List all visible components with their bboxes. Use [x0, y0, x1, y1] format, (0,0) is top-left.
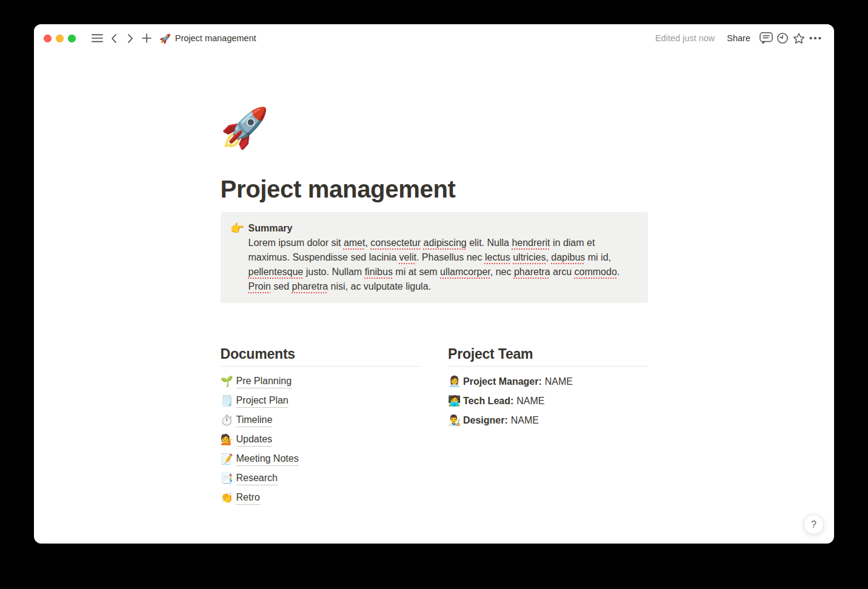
team-member-emoji: 🧑‍💻: [448, 395, 463, 407]
misspelled-word: commodo: [575, 267, 617, 277]
document-emoji: 💁: [221, 434, 236, 446]
help-button[interactable]: ?: [804, 514, 824, 534]
misspelled-word: dapibus: [551, 252, 585, 262]
new-page-button[interactable]: [138, 30, 155, 47]
plus-icon: [142, 33, 152, 43]
misspelled-word: finibus: [365, 267, 393, 277]
callout-text-line: pellentesque justo. Nullam finibus mi at…: [249, 265, 620, 279]
hamburger-icon: [92, 34, 103, 42]
page-icon[interactable]: 🚀: [221, 104, 269, 151]
callout-title: Summary: [249, 221, 620, 236]
comments-button[interactable]: [758, 30, 774, 47]
team-member-name: NAME: [511, 415, 539, 426]
documents-heading[interactable]: Documents: [221, 345, 421, 367]
team-column: Project Team 👩‍💼 Project Manager: NAME 🧑…: [448, 345, 648, 508]
document-link[interactable]: 📑 Research: [221, 469, 421, 488]
close-window-button[interactable]: [44, 35, 52, 42]
document-link-label: Project Plan: [236, 394, 289, 408]
share-button[interactable]: Share: [727, 33, 750, 43]
team-list: 👩‍💼 Project Manager: NAME 🧑‍💻 Tech Lead:…: [448, 372, 648, 430]
callout-text: Lorem ipsum dolor sit amet, consectetur …: [249, 236, 620, 294]
ellipsis-icon: [809, 36, 821, 40]
history-button[interactable]: [774, 30, 790, 47]
document-emoji: 🗒️: [221, 395, 236, 407]
misspelled-word: lectus: [485, 252, 510, 262]
more-button[interactable]: [807, 30, 823, 47]
misspelled-word: ultricies: [513, 252, 546, 262]
documents-list: 🌱 Pre Planning 🗒️ Project Plan ⏱️ Timeli…: [221, 372, 421, 508]
forward-button[interactable]: [122, 30, 138, 47]
misspelled-word: pharetra: [514, 267, 550, 277]
team-member-row[interactable]: 🧑‍💻 Tech Lead: NAME: [448, 391, 648, 411]
team-member-name: NAME: [545, 376, 573, 387]
document-emoji: 📝: [221, 453, 236, 465]
document-emoji: 📑: [221, 473, 236, 485]
document-link-label: Pre Planning: [236, 375, 292, 388]
callout-body: Summary Lorem ipsum dolor sit amet, cons…: [249, 221, 620, 294]
page-content: 🚀 Project management 👉 Summary Lorem ips…: [221, 104, 648, 508]
misspelled-word: amet: [344, 238, 366, 248]
team-member-role: Designer:: [463, 415, 508, 426]
breadcrumb[interactable]: 🚀 Project management: [159, 33, 256, 43]
document-link[interactable]: 📝 Meeting Notes: [221, 450, 421, 469]
traffic-lights: [44, 35, 76, 42]
document-link-label: Research: [236, 472, 278, 485]
favorite-button[interactable]: [790, 30, 807, 47]
two-column-section: Documents 🌱 Pre Planning 🗒️ Project Plan…: [221, 345, 648, 508]
document-link[interactable]: 💁 Updates: [221, 430, 421, 450]
misspelled-word: adipiscing: [424, 238, 467, 248]
document-link[interactable]: ⏱️ Timeline: [221, 411, 421, 430]
callout-text-line: Lorem ipsum dolor sit amet, consectetur …: [249, 236, 620, 250]
zoom-window-button[interactable]: [68, 35, 76, 42]
document-link-label: Timeline: [236, 414, 273, 427]
document-link-label: Updates: [236, 433, 273, 447]
document-emoji: ⏱️: [221, 414, 236, 427]
team-member-role: Project Manager:: [463, 376, 542, 387]
page-title[interactable]: Project management: [221, 175, 648, 204]
document-emoji: 👏: [221, 492, 236, 504]
team-member-role: Tech Lead:: [463, 396, 513, 407]
breadcrumb-title: Project management: [175, 33, 256, 43]
clock-icon: [776, 32, 789, 44]
chevron-left-icon: [111, 34, 117, 43]
minimize-window-button[interactable]: [56, 35, 64, 42]
misspelled-word: pharetra: [292, 281, 329, 291]
titlebar-left: 🚀 Project management: [44, 30, 256, 47]
misspelled-word: Proin: [249, 281, 271, 291]
misspelled-word: consectetur: [370, 238, 421, 248]
team-member-row[interactable]: 👩‍💼 Project Manager: NAME: [448, 372, 648, 391]
page-scroll-area: 🚀 Project management 👉 Summary Lorem ips…: [34, 52, 834, 544]
team-heading[interactable]: Project Team: [448, 345, 648, 367]
chevron-right-icon: [127, 34, 133, 43]
misspelled-word: pellentesque: [249, 267, 304, 277]
callout-text-line: maximus. Suspendisse sed lacinia velit. …: [249, 250, 620, 265]
sidebar-toggle-button[interactable]: [89, 30, 105, 47]
titlebar-right: Edited just now Share: [655, 30, 823, 47]
titlebar: 🚀 Project management Edited just now Sha…: [34, 24, 834, 52]
back-button[interactable]: [105, 30, 122, 47]
comment-bubble-icon: [760, 32, 773, 44]
notion-window: 🚀 Project management Edited just now Sha…: [34, 24, 834, 544]
document-link[interactable]: 👏 Retro: [221, 488, 421, 508]
document-link[interactable]: 🌱 Pre Planning: [221, 372, 421, 391]
misspelled-word: hendrerit: [512, 238, 550, 248]
document-link-label: Retro: [236, 491, 260, 505]
document-emoji: 🌱: [221, 376, 236, 388]
team-member-emoji: 👩‍💼: [448, 376, 463, 388]
callout-text-line: Proin sed pharetra nisi, ac vulputate li…: [249, 279, 620, 294]
callout-pointing-finger-icon: 👉: [230, 221, 249, 294]
document-link-label: Meeting Notes: [236, 453, 299, 466]
document-link[interactable]: 🗒️ Project Plan: [221, 391, 421, 411]
team-member-name: NAME: [516, 396, 544, 407]
team-member-row[interactable]: 👨‍🎨 Designer: NAME: [448, 411, 648, 430]
summary-callout[interactable]: 👉 Summary Lorem ipsum dolor sit amet, co…: [221, 212, 648, 303]
page-emoji-small: 🚀: [159, 34, 171, 43]
misspelled-word: ullamcorper: [440, 267, 490, 277]
star-icon: [793, 33, 805, 44]
misspelled-word: velit: [399, 252, 416, 262]
edited-status: Edited just now: [655, 33, 715, 43]
team-member-emoji: 👨‍🎨: [448, 414, 463, 427]
documents-column: Documents 🌱 Pre Planning 🗒️ Project Plan…: [221, 345, 421, 508]
